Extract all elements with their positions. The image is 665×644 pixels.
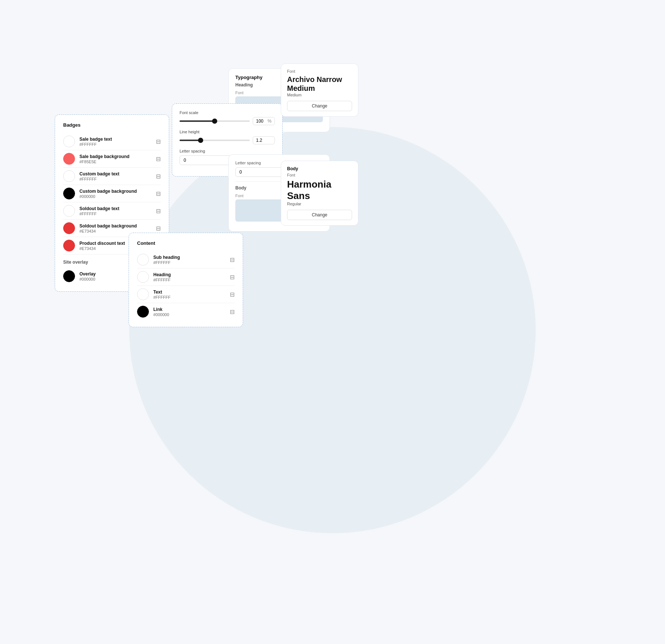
sale-badge-bg-swatch[interactable] [63, 153, 75, 165]
stack-icon-content-1[interactable]: ⊟ [230, 256, 235, 263]
stack-icon-3[interactable]: ⊟ [156, 173, 161, 180]
stack-icon-6[interactable]: ⊟ [156, 225, 161, 232]
color-row: Sale badge text #FFFFFF ⊟ [63, 133, 161, 150]
body-font-style: Regular [287, 202, 352, 206]
body-change-button[interactable]: Change [287, 210, 352, 220]
custom-badge-bg-hex: #000000 [79, 194, 156, 199]
heading-font-card-label: Font [287, 69, 352, 73]
content-heading-row: Heading #FFFFFF ⊟ [137, 268, 235, 286]
line-height-label: Line height [180, 130, 275, 134]
content-heading-hex: #FFFFFF [153, 278, 230, 282]
custom-badge-text-hex: #FFFFFF [79, 177, 156, 181]
content-link-row: Link #000000 ⊟ [137, 303, 235, 320]
product-discount-text-swatch[interactable] [63, 240, 75, 251]
stack-icon-4[interactable]: ⊟ [156, 190, 161, 197]
custom-badge-text-name: Custom badge text [79, 171, 156, 177]
content-text-swatch[interactable] [137, 288, 149, 300]
stack-icon-content-3[interactable]: ⊟ [230, 291, 235, 298]
font-scale-track[interactable] [180, 120, 250, 122]
soldout-badge-bg-name: Soldout badge background [79, 223, 156, 229]
soldout-badge-text-swatch[interactable] [63, 205, 75, 217]
overlay-swatch[interactable] [63, 270, 75, 282]
soldout-badge-bg-swatch[interactable] [63, 222, 75, 234]
line-height-value-box: 1.2 [253, 136, 275, 144]
stack-icon-5[interactable]: ⊟ [156, 208, 161, 215]
line-height-value: 1.2 [256, 138, 262, 143]
content-link-name: Link [153, 307, 230, 312]
color-row: Custom badge background #000000 ⊟ [63, 185, 161, 202]
body-section-top-label: Body [287, 166, 352, 171]
stack-icon-content-4[interactable]: ⊟ [230, 308, 235, 315]
font-scale-value: 100 [256, 119, 263, 124]
subheading-swatch[interactable] [137, 254, 149, 266]
content-title: Content [137, 240, 235, 246]
subheading-name: Sub heading [153, 255, 230, 260]
custom-badge-text-swatch[interactable] [63, 170, 75, 182]
content-link-swatch[interactable] [137, 306, 149, 318]
soldout-badge-text-name: Soldout badge text [79, 206, 156, 211]
font-scale-label: Font scale [180, 110, 275, 115]
sale-badge-text-name: Sale badge text [79, 137, 156, 142]
sale-badge-bg-name: Sale badge background [79, 154, 156, 159]
font-scale-value-box: 100 % [253, 117, 275, 125]
content-subheading-row: Sub heading #FFFFFF ⊟ [137, 251, 235, 268]
soldout-badge-text-hex: #FFFFFF [79, 212, 156, 216]
body-font-card: Body Font Harmonia Sans Regular Change [281, 161, 358, 226]
line-height-thumb[interactable] [198, 138, 203, 143]
badges-title: Badges [63, 122, 161, 128]
content-heading-swatch[interactable] [137, 271, 149, 283]
font-scale-row: 100 % [180, 117, 275, 125]
body-font-card-label: Font [287, 173, 352, 177]
body-font-name: Harmonia Sans [287, 179, 352, 202]
line-height-row: 1.2 [180, 136, 275, 144]
font-scale-section: Font scale 100 % [180, 110, 275, 125]
subheading-hex: #FFFFFF [153, 260, 230, 265]
custom-badge-bg-swatch[interactable] [63, 188, 75, 199]
line-height-fill [180, 140, 201, 141]
heading-font-name: Archivo Narrow Medium [287, 75, 352, 93]
content-text-hex: #FFFFFF [153, 295, 230, 299]
custom-badge-bg-name: Custom badge background [79, 189, 156, 194]
sale-badge-bg-hex: #F85E5E [79, 160, 156, 164]
font-scale-thumb[interactable] [212, 119, 217, 124]
font-scale-unit: % [267, 119, 272, 124]
sale-badge-text-hex: #FFFFFF [79, 142, 156, 147]
stack-icon-1[interactable]: ⊟ [156, 138, 161, 145]
content-link-hex: #000000 [153, 312, 230, 317]
heading-change-button[interactable]: Change [287, 101, 352, 111]
content-text-row: Text #FFFFFF ⊟ [137, 286, 235, 303]
font-scale-fill [180, 120, 215, 122]
line-height-section: Line height 1.2 [180, 130, 275, 144]
heading-font-card: Font Archivo Narrow Medium Medium Change [281, 64, 358, 117]
letter-spacing-label: Letter spacing [180, 149, 275, 153]
letter-spacing-value: 0 [184, 158, 186, 163]
sale-badge-text-swatch[interactable] [63, 136, 75, 147]
letter-spacing-ext-value: 0 [239, 169, 242, 175]
stack-icon-content-2[interactable]: ⊟ [230, 274, 235, 281]
content-card: Content Sub heading #FFFFFF ⊟ Heading #F… [129, 233, 243, 327]
stack-icon-2[interactable]: ⊟ [156, 155, 161, 162]
color-row: Sale badge background #F85E5E ⊟ [63, 150, 161, 168]
color-row: Custom badge text #FFFFFF ⊟ [63, 168, 161, 185]
content-heading-name: Heading [153, 272, 230, 277]
content-text-name: Text [153, 290, 230, 295]
heading-font-style: Medium [287, 93, 352, 97]
line-height-track[interactable] [180, 140, 250, 141]
color-row: Soldout badge text #FFFFFF ⊟ [63, 202, 161, 220]
